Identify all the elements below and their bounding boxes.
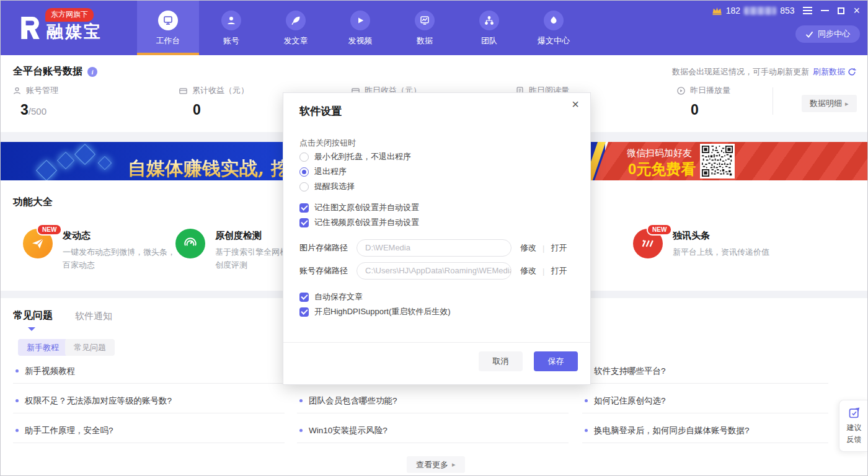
new-badge: NEW [647,224,672,236]
pill-beginner-tutorial[interactable]: 新手教程 [18,339,68,356]
radio-label: 提醒我选择 [314,181,355,192]
paper-plane-icon: NEW [23,229,53,258]
image-path-row: 图片存储路径 D:\WEMedia 修改 | 打开 [299,239,567,257]
nav-item-publish-video[interactable]: 发视频 [328,1,392,55]
cancel-button[interactable]: 取消 [479,351,523,371]
radio-selected-icon [299,167,309,177]
faq-item[interactable]: 换电脑登录后，如何同步自媒体账号数据? [582,418,828,443]
data-detail-button[interactable]: 数据明细 ▸ [802,95,857,112]
checkbox-checked-icon [299,218,309,227]
checkbox-label: 记住视频原创设置并自动设置 [314,217,419,228]
nav-label: 数据 [417,35,433,46]
stat-total-income: 累计收益（元） 0 [179,85,249,118]
cube-decor-icon [74,144,95,165]
minimize-button[interactable] [821,6,829,15]
faq-item[interactable]: Win10安装提示风险? [297,418,569,443]
feedback-label-2: 反馈 [847,434,862,445]
checkbox-remember-video-original[interactable]: 记住视频原创设置并自动设置 [299,217,419,228]
faq-item[interactable]: 软件支持哪些平台? [582,359,828,384]
menu-button[interactable] [803,6,812,15]
refresh-data-link[interactable]: 刷新数据 [813,66,856,77]
flame-icon [544,11,564,30]
tab-software-notice[interactable]: 软件通知 [75,311,112,322]
nav-item-data[interactable]: 数据 [392,1,457,55]
radio-icon [299,152,309,162]
view-more-button[interactable]: 查看更多 ▸ [407,456,465,473]
tab-faq[interactable]: 常见问题 [13,309,53,322]
maximize-button[interactable] [838,6,844,15]
nav-item-hot-articles[interactable]: 爆文中心 [521,1,586,55]
account-path-open-link[interactable]: 打开 [551,265,567,276]
nav-label: 工作台 [156,35,180,46]
modal-close-icon[interactable]: × [568,97,583,112]
cube-decor-icon [36,160,57,180]
bullet-icon [16,429,19,432]
pill-common-questions[interactable]: 常见问题 [65,339,115,356]
feature-title: 独讯头条 [673,230,769,242]
nav-item-team[interactable]: 团队 [457,1,521,55]
faq-item[interactable]: 如何记住原创勾选? [582,389,828,413]
features-title: 功能大全 [13,196,53,209]
faq-text: 助手工作原理，安全吗? [25,425,113,436]
checkbox-checked-icon [299,203,309,213]
checkbox-auto-save-article[interactable]: 自动保存文章 [299,291,363,302]
image-path-modify-link[interactable]: 修改 [520,242,536,253]
checkbox-remember-article-original[interactable]: 记住图文原创设置并自动设置 [299,202,419,213]
feature-card-post-moments[interactable]: NEW 发动态 一键发布动态到微博，微头条，百家动态 [23,229,178,271]
hamburger-icon [803,10,812,11]
refresh-note: 数据会出现延迟情况，可手动刷新更新 [672,66,809,77]
separator: | [542,267,544,276]
account-path-input[interactable]: C:\Users\HJ\AppData\Roaming\WEMedia [356,262,512,280]
checkbox-high-dpi-support[interactable]: 开启HighDPISupport(重启软件后生效) [299,306,451,317]
faq-item[interactable]: 助手工作原理，安全吗? [13,418,285,443]
bullet-icon [299,399,303,402]
image-path-input[interactable]: D:\WEMedia [356,239,512,257]
faq-text: 新手视频教程 [25,366,75,377]
save-button[interactable]: 保存 [534,351,578,371]
feature-card-duxun-toutiao[interactable]: NEW 独讯头条 新平台上线，资讯传递价值 [633,229,785,258]
stat-yesterday-plays: 昨日播放量 0 [676,85,730,118]
info-icon[interactable]: i [87,67,97,77]
faq-text: 软件支持哪些平台? [594,366,666,377]
main-nav: 工作台 账号 发文章 发视频 [137,1,586,55]
faq-text: 团队会员包含哪些功能? [309,395,397,407]
team-org-icon [479,11,499,30]
stat-label-text: 账号管理 [26,85,58,96]
stat-suffix: /500 [29,106,46,117]
checkbox-checked-icon [299,307,309,317]
radio-exit-program[interactable]: 退出程序 [299,166,347,177]
faq-item[interactable]: 团队会员包含哪些功能? [297,389,569,413]
nav-label: 发视频 [348,35,373,46]
feedback-button[interactable]: 建议 反馈 [839,400,868,452]
radio-label: 最小化到托盘，不退出程序 [314,151,411,162]
edit-feedback-icon [848,407,861,419]
image-path-label: 图片存储路径 [299,242,348,253]
separator: | [542,244,544,253]
sync-center-button[interactable]: 同步中心 [795,25,860,43]
account-path-modify-link[interactable]: 修改 [520,265,536,276]
settings-modal: × 软件设置 点击关闭按钮时 最小化到托盘，不退出程序 退出程序 提醒我选择 记… [283,92,591,385]
radio-ask-me[interactable]: 提醒我选择 [299,181,355,192]
nav-item-workbench[interactable]: 工作台 [137,1,199,55]
bullet-icon [585,399,588,402]
workbench-monitor-icon [158,11,178,30]
close-window-button[interactable]: × [853,6,860,15]
user-phone[interactable]: 182853 [712,6,795,15]
stat-label-text: 累计收益（元） [192,85,249,96]
faq-item[interactable]: 新手视频教程 [13,359,285,384]
stat-number: 0 [691,102,730,118]
minimize-icon [821,10,829,11]
nav-item-accounts[interactable]: 账号 [199,1,264,55]
refresh-row: 数据会出现延迟情况，可手动刷新更新 刷新数据 [672,66,856,77]
tab-active-marker-icon [28,327,35,331]
radio-minimize-to-tray[interactable]: 最小化到托盘，不退出程序 [299,151,411,162]
radio-label: 退出程序 [314,166,347,177]
data-chart-icon [415,11,435,30]
faq-item[interactable]: 权限不足？无法添加对应等级的账号数? [13,389,285,413]
top-bar: 东方网旗下 融媒宝 工作台 账号 发文章 [1,1,868,55]
person-icon [12,86,22,95]
nav-item-publish-article[interactable]: 发文章 [264,1,328,55]
sync-center-label: 同步中心 [818,29,850,40]
image-path-open-link[interactable]: 打开 [551,242,567,253]
duxun-logo-icon: NEW [633,229,663,258]
